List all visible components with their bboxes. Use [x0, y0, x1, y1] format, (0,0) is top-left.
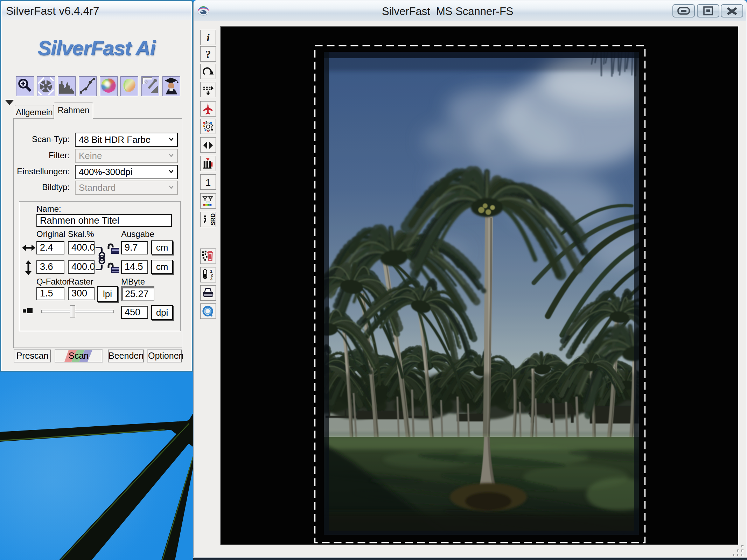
svg-text:SRD: SRD: [210, 213, 216, 225]
svg-text:1: 1: [205, 177, 211, 188]
svg-text:rrrr: rrrr: [206, 201, 210, 204]
svg-text:3: 3: [210, 276, 212, 281]
svg-text:?: ?: [205, 48, 211, 61]
svg-text:i: i: [207, 32, 210, 43]
